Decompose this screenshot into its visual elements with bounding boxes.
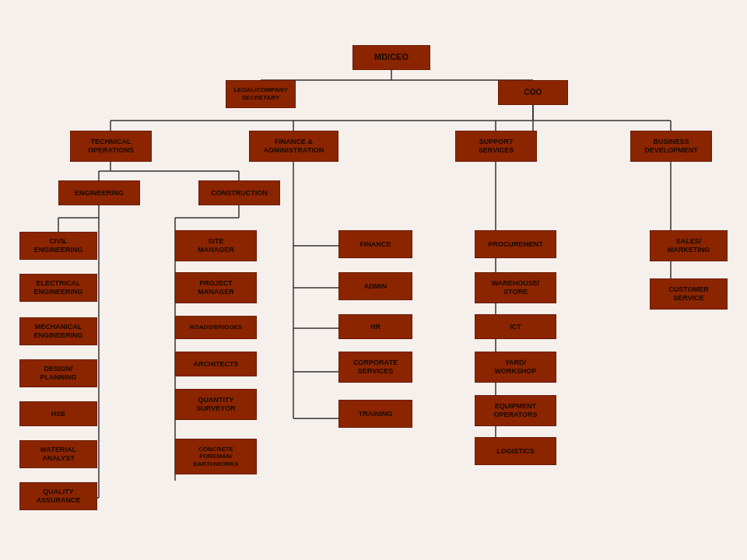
node-elec-eng: ELECTRICALENGINEERING (19, 274, 97, 302)
node-material: MATERIALANALYST (19, 440, 97, 468)
node-admin: ADMIN (338, 272, 412, 300)
node-finance-admin: FINANCE &ADMINISTRATION (249, 131, 338, 162)
node-customer: CUSTOMERSERVICE (650, 278, 728, 310)
node-ict: ICT (475, 314, 556, 339)
node-construction: CONSTRUCTION (198, 180, 280, 205)
node-roads: ROADS/BRIDGES (175, 316, 257, 339)
node-quality: QUALITYASSURANCE (19, 482, 97, 510)
node-concrete: CONCRETEFOREMAN/EARTHWORKS (175, 439, 257, 474)
node-corp-services: CORPORATESERVICES (338, 352, 412, 383)
node-civil-eng: CIVILENGINEERING (19, 232, 97, 260)
node-mech-eng: MECHANICALENGINEERING (19, 317, 97, 345)
node-md-ceo: MD/CEO (352, 45, 430, 70)
node-project-mgr: PROJECTMANAGER (175, 272, 257, 303)
org-chart: MD/CEO LEGAL/COMPANYSECRETARY COO TECHNI… (0, 0, 747, 560)
node-procurement: PROCUREMENT (475, 230, 556, 258)
node-sales: SALES/MARKETING (650, 230, 728, 261)
node-biz-dev: BUSINESSDEVELOPMENT (630, 131, 712, 162)
node-finance: FINANCE (338, 230, 412, 258)
node-engineering: ENGINEERING (58, 180, 140, 205)
node-site-mgr: SITEMANAGER (175, 230, 257, 261)
node-equip-ops: EQUIPMENTOPERATORS (475, 395, 556, 426)
node-legal: LEGAL/COMPANYSECRETARY (226, 80, 296, 108)
node-quantity: QUANTITYSURVEYOR (175, 389, 257, 420)
node-tech-ops: TECHNICALOPERATIONS (70, 131, 152, 162)
node-architects: ARCHITECTS (175, 352, 257, 376)
node-design: DESIGN/PLANNING (19, 359, 97, 387)
node-training: TRAINING (338, 400, 412, 428)
node-warehouse: WAREHOUSE/STORE (475, 272, 556, 303)
node-coo: COO (498, 80, 568, 105)
node-yard: YARD/WORKSHOP (475, 352, 556, 383)
node-hr: HR (338, 314, 412, 339)
node-support: SUPPORTSERVICES (455, 131, 537, 162)
node-logistics: LOGISTICS (475, 437, 556, 465)
node-hse: HSE (19, 401, 97, 426)
